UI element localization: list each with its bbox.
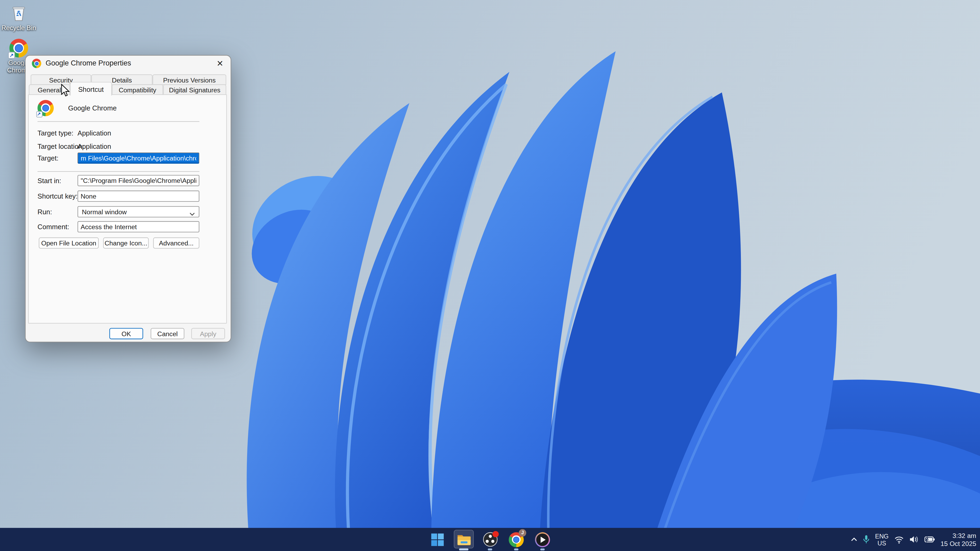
- tab-label: Digital Signatures: [169, 86, 220, 94]
- ok-button[interactable]: OK: [110, 328, 143, 339]
- language-switcher[interactable]: ENG US: [875, 533, 889, 546]
- speaker-icon: [909, 535, 918, 543]
- shortcut-tab-page: ↗ Google Chrome Target type: Application…: [28, 94, 227, 323]
- shortcut-key-label: Shortcut key:: [38, 192, 78, 200]
- running-indicator: [459, 549, 468, 551]
- microphone-indicator[interactable]: [863, 535, 869, 544]
- apply-button[interactable]: Apply: [191, 328, 225, 339]
- target-label: Target:: [38, 154, 59, 162]
- advanced-button[interactable]: Advanced...: [153, 237, 199, 249]
- button-label: Cancel: [158, 330, 178, 337]
- wifi-icon: [894, 536, 904, 543]
- file-explorer-icon: [457, 534, 471, 545]
- target-input[interactable]: [78, 152, 199, 164]
- taskbar-file-explorer[interactable]: [452, 528, 475, 551]
- volume-button[interactable]: [909, 535, 918, 543]
- chrome-icon: J: [509, 532, 523, 547]
- button-label: Change Icon...: [105, 239, 147, 247]
- change-icon-button[interactable]: Change Icon...: [103, 237, 149, 249]
- button-label: Open File Location: [41, 239, 96, 247]
- button-label: OK: [121, 330, 131, 337]
- running-indicator: [514, 549, 518, 551]
- language-line1: ENG: [875, 533, 889, 540]
- hidden-icons-button[interactable]: [851, 537, 858, 541]
- close-icon[interactable]: ✕: [213, 57, 228, 70]
- run-label: Run:: [38, 208, 52, 216]
- chrome-icon: [32, 59, 41, 68]
- shortcut-arrow-icon: ↗: [8, 52, 15, 59]
- chrome-icon: ↗: [9, 39, 28, 57]
- shortcut-arrow-icon: ↗: [36, 111, 42, 118]
- start-in-input[interactable]: [78, 175, 199, 186]
- run-value: Normal window: [82, 208, 126, 216]
- system-tray: ENG US: [851, 528, 976, 551]
- media-player-icon: [535, 532, 550, 547]
- running-indicator: [540, 549, 545, 551]
- button-label: Apply: [200, 330, 216, 337]
- desktop-icon-label: Recycle Bin: [2, 24, 36, 31]
- chevron-down-icon: [189, 210, 195, 218]
- taskbar-center-icons: J: [426, 528, 554, 551]
- tab-shortcut[interactable]: Shortcut: [70, 82, 112, 95]
- divider: [38, 171, 199, 171]
- mouse-cursor: [61, 84, 70, 100]
- shortcut-name: Google Chrome: [68, 104, 117, 112]
- chrome-properties-dialog: Google Chrome Properties ✕ Security Deta…: [25, 55, 231, 343]
- profile-badge: J: [519, 529, 526, 536]
- target-type-value: Application: [78, 129, 111, 137]
- tab-label: Details: [112, 76, 132, 83]
- taskbar-media-player[interactable]: [531, 528, 554, 551]
- wifi-button[interactable]: [894, 536, 904, 543]
- shortcut-key-input[interactable]: [78, 191, 199, 202]
- start-in-label: Start in:: [38, 177, 61, 184]
- obs-icon: [483, 532, 497, 547]
- chrome-icon: ↗: [38, 100, 54, 116]
- tab-previous-versions[interactable]: Previous Versions: [153, 74, 226, 85]
- clock[interactable]: 3:32 am 15 Oct 2025: [940, 532, 976, 547]
- tab-label: Previous Versions: [163, 76, 215, 83]
- taskbar: J: [0, 528, 980, 551]
- divider: [38, 121, 199, 122]
- microphone-icon: [863, 535, 869, 544]
- dialog-title: Google Chrome Properties: [46, 59, 131, 67]
- target-type-label: Target type:: [38, 129, 73, 137]
- play-icon: [541, 536, 546, 543]
- recycle-bin-icon: [9, 4, 28, 22]
- target-location-label: Target location:: [38, 142, 84, 150]
- tab-label: Security: [49, 76, 73, 83]
- taskbar-obs-studio[interactable]: [479, 528, 501, 551]
- tab-compatibility[interactable]: Compatibility: [112, 84, 163, 95]
- battery-button[interactable]: [924, 536, 935, 543]
- recording-badge: [492, 531, 498, 537]
- cancel-button[interactable]: Cancel: [151, 328, 185, 339]
- open-file-location-button[interactable]: Open File Location: [39, 237, 99, 249]
- battery-charging-icon: [924, 536, 935, 543]
- running-indicator: [488, 549, 492, 551]
- language-line2: US: [875, 540, 889, 546]
- run-dropdown[interactable]: Normal window: [78, 206, 199, 217]
- start-button[interactable]: [426, 528, 449, 551]
- desktop-icon-recycle-bin[interactable]: Recycle Bin: [2, 4, 36, 31]
- comment-label: Comment:: [38, 223, 69, 230]
- target-location-value: Application: [78, 142, 111, 150]
- tab-label: Compatibility: [119, 86, 156, 94]
- dialog-titlebar[interactable]: Google Chrome Properties ✕: [25, 56, 231, 72]
- button-label: Advanced...: [159, 239, 194, 247]
- tab-label: General: [38, 86, 61, 94]
- desktop-screen: Recycle Bin ↗ Google Chrome Google Chrom…: [0, 0, 980, 551]
- chevron-up-icon: [851, 537, 858, 541]
- comment-input[interactable]: [78, 221, 199, 232]
- tab-digital-signatures[interactable]: Digital Signatures: [163, 84, 226, 95]
- time-text: 3:32 am: [940, 532, 976, 539]
- taskbar-google-chrome[interactable]: J: [505, 528, 527, 551]
- date-text: 15 Oct 2025: [940, 540, 976, 547]
- windows-logo-icon: [431, 533, 444, 546]
- tab-label: Shortcut: [78, 85, 103, 93]
